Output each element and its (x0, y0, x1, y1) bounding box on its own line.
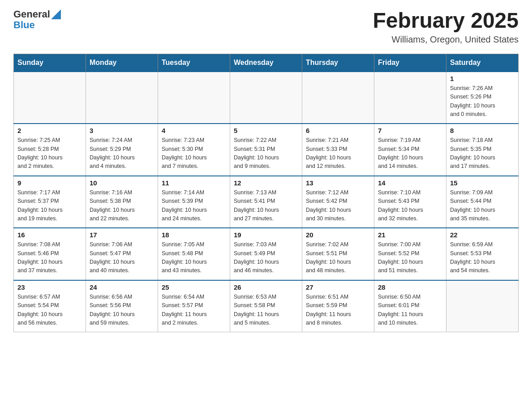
day-number: 13 (306, 179, 370, 187)
logo: General Blue (13, 9, 61, 30)
calendar-day-cell (14, 72, 86, 124)
day-info: Sunrise: 6:59 AM Sunset: 5:53 PM Dayligh… (450, 240, 515, 275)
calendar-day-cell (374, 72, 446, 124)
weekday-header: Saturday (446, 54, 519, 72)
day-info: Sunrise: 7:02 AM Sunset: 5:51 PM Dayligh… (306, 240, 370, 275)
calendar-day-cell: 4Sunrise: 7:23 AM Sunset: 5:30 PM Daylig… (158, 124, 230, 176)
calendar-day-cell: 20Sunrise: 7:02 AM Sunset: 5:51 PM Dayli… (302, 228, 374, 280)
day-number: 17 (90, 231, 154, 239)
calendar-week-row: 1Sunrise: 7:26 AM Sunset: 5:26 PM Daylig… (14, 72, 519, 124)
calendar-day-cell: 24Sunrise: 6:56 AM Sunset: 5:56 PM Dayli… (86, 280, 158, 332)
day-number: 15 (450, 179, 515, 187)
weekday-header: Thursday (302, 54, 374, 72)
day-number: 16 (17, 231, 82, 239)
day-info: Sunrise: 6:54 AM Sunset: 5:57 PM Dayligh… (162, 293, 226, 328)
calendar-day-cell (230, 72, 302, 124)
calendar-table: SundayMondayTuesdayWednesdayThursdayFrid… (13, 54, 519, 333)
weekday-header: Wednesday (230, 54, 302, 72)
weekday-header: Monday (86, 54, 158, 72)
day-number: 19 (234, 231, 298, 239)
day-number: 3 (90, 127, 154, 134)
calendar-week-row: 16Sunrise: 7:08 AM Sunset: 5:46 PM Dayli… (14, 228, 519, 280)
calendar-day-cell: 8Sunrise: 7:18 AM Sunset: 5:35 PM Daylig… (446, 124, 519, 176)
day-number: 18 (162, 231, 226, 239)
calendar-day-cell: 18Sunrise: 7:05 AM Sunset: 5:48 PM Dayli… (158, 228, 230, 280)
day-number: 23 (17, 283, 82, 291)
day-number: 24 (90, 283, 154, 291)
day-info: Sunrise: 7:03 AM Sunset: 5:49 PM Dayligh… (234, 240, 298, 275)
calendar-day-cell: 14Sunrise: 7:10 AM Sunset: 5:43 PM Dayli… (374, 176, 446, 228)
day-info: Sunrise: 7:05 AM Sunset: 5:48 PM Dayligh… (162, 240, 226, 275)
day-info: Sunrise: 6:57 AM Sunset: 5:54 PM Dayligh… (17, 293, 82, 328)
day-number: 6 (306, 127, 370, 134)
logo-general-text: General (13, 9, 50, 20)
day-info: Sunrise: 7:25 AM Sunset: 5:28 PM Dayligh… (17, 136, 82, 171)
title-block: February 2025 Williams, Oregon, United S… (373, 9, 519, 45)
weekday-header: Friday (374, 54, 446, 72)
calendar-week-row: 23Sunrise: 6:57 AM Sunset: 5:54 PM Dayli… (14, 280, 519, 332)
calendar-day-cell: 26Sunrise: 6:53 AM Sunset: 5:58 PM Dayli… (230, 280, 302, 332)
logo-triangle-icon (51, 9, 61, 19)
day-number: 20 (306, 231, 370, 239)
calendar-day-cell: 12Sunrise: 7:13 AM Sunset: 5:41 PM Dayli… (230, 176, 302, 228)
calendar-day-cell: 16Sunrise: 7:08 AM Sunset: 5:46 PM Dayli… (14, 228, 86, 280)
day-info: Sunrise: 7:19 AM Sunset: 5:34 PM Dayligh… (378, 136, 442, 171)
day-info: Sunrise: 6:56 AM Sunset: 5:56 PM Dayligh… (90, 293, 154, 328)
day-info: Sunrise: 7:06 AM Sunset: 5:47 PM Dayligh… (90, 240, 154, 275)
day-number: 2 (17, 127, 82, 134)
day-info: Sunrise: 7:13 AM Sunset: 5:41 PM Dayligh… (234, 188, 298, 223)
day-info: Sunrise: 7:26 AM Sunset: 5:26 PM Dayligh… (450, 84, 515, 119)
calendar-day-cell: 5Sunrise: 7:22 AM Sunset: 5:31 PM Daylig… (230, 124, 302, 176)
day-number: 22 (450, 231, 515, 239)
day-number: 5 (234, 127, 298, 134)
weekday-header: Sunday (14, 54, 86, 72)
day-number: 4 (162, 127, 226, 134)
day-info: Sunrise: 6:53 AM Sunset: 5:58 PM Dayligh… (234, 293, 298, 328)
weekday-header: Tuesday (158, 54, 230, 72)
calendar-day-cell: 7Sunrise: 7:19 AM Sunset: 5:34 PM Daylig… (374, 124, 446, 176)
day-info: Sunrise: 7:18 AM Sunset: 5:35 PM Dayligh… (450, 136, 515, 171)
calendar-header-row: SundayMondayTuesdayWednesdayThursdayFrid… (14, 54, 519, 72)
day-number: 21 (378, 231, 442, 239)
day-info: Sunrise: 7:23 AM Sunset: 5:30 PM Dayligh… (162, 136, 226, 171)
calendar-day-cell: 23Sunrise: 6:57 AM Sunset: 5:54 PM Dayli… (14, 280, 86, 332)
calendar-day-cell (86, 72, 158, 124)
day-number: 9 (17, 179, 82, 187)
calendar-day-cell: 27Sunrise: 6:51 AM Sunset: 5:59 PM Dayli… (302, 280, 374, 332)
calendar-day-cell: 25Sunrise: 6:54 AM Sunset: 5:57 PM Dayli… (158, 280, 230, 332)
day-info: Sunrise: 7:21 AM Sunset: 5:33 PM Dayligh… (306, 136, 370, 171)
calendar-day-cell: 22Sunrise: 6:59 AM Sunset: 5:53 PM Dayli… (446, 228, 519, 280)
day-number: 25 (162, 283, 226, 291)
day-number: 28 (378, 283, 442, 291)
calendar-day-cell: 21Sunrise: 7:00 AM Sunset: 5:52 PM Dayli… (374, 228, 446, 280)
day-info: Sunrise: 7:16 AM Sunset: 5:38 PM Dayligh… (90, 188, 154, 223)
day-info: Sunrise: 7:17 AM Sunset: 5:37 PM Dayligh… (17, 188, 82, 223)
calendar-day-cell: 13Sunrise: 7:12 AM Sunset: 5:42 PM Dayli… (302, 176, 374, 228)
calendar-day-cell (158, 72, 230, 124)
day-number: 8 (450, 127, 515, 134)
page-header: General Blue February 2025 Williams, Ore… (13, 9, 519, 45)
location-subtitle: Williams, Oregon, United States (373, 34, 519, 45)
calendar-day-cell: 3Sunrise: 7:24 AM Sunset: 5:29 PM Daylig… (86, 124, 158, 176)
day-info: Sunrise: 7:22 AM Sunset: 5:31 PM Dayligh… (234, 136, 298, 171)
calendar-day-cell: 6Sunrise: 7:21 AM Sunset: 5:33 PM Daylig… (302, 124, 374, 176)
day-info: Sunrise: 7:24 AM Sunset: 5:29 PM Dayligh… (90, 136, 154, 171)
calendar-week-row: 2Sunrise: 7:25 AM Sunset: 5:28 PM Daylig… (14, 124, 519, 176)
calendar-day-cell (302, 72, 374, 124)
day-info: Sunrise: 7:14 AM Sunset: 5:39 PM Dayligh… (162, 188, 226, 223)
logo-blue-text: Blue (13, 20, 61, 30)
day-number: 14 (378, 179, 442, 187)
day-info: Sunrise: 6:51 AM Sunset: 5:59 PM Dayligh… (306, 293, 370, 328)
calendar-day-cell: 28Sunrise: 6:50 AM Sunset: 6:01 PM Dayli… (374, 280, 446, 332)
day-number: 10 (90, 179, 154, 187)
day-info: Sunrise: 7:12 AM Sunset: 5:42 PM Dayligh… (306, 188, 370, 223)
day-number: 26 (234, 283, 298, 291)
svg-marker-0 (51, 9, 61, 19)
calendar-day-cell (446, 280, 519, 332)
calendar-day-cell: 11Sunrise: 7:14 AM Sunset: 5:39 PM Dayli… (158, 176, 230, 228)
calendar-day-cell: 19Sunrise: 7:03 AM Sunset: 5:49 PM Dayli… (230, 228, 302, 280)
day-info: Sunrise: 7:00 AM Sunset: 5:52 PM Dayligh… (378, 240, 442, 275)
calendar-week-row: 9Sunrise: 7:17 AM Sunset: 5:37 PM Daylig… (14, 176, 519, 228)
calendar-day-cell: 2Sunrise: 7:25 AM Sunset: 5:28 PM Daylig… (14, 124, 86, 176)
day-info: Sunrise: 7:09 AM Sunset: 5:44 PM Dayligh… (450, 188, 515, 223)
